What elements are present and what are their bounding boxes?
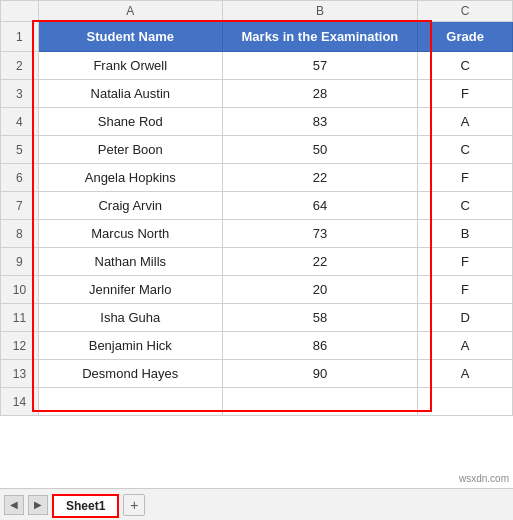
cell-grade[interactable]: C (418, 192, 513, 220)
cell-name[interactable]: Peter Boon (38, 136, 222, 164)
spreadsheet: A B C 1 Student Name Marks in the Examin… (0, 0, 513, 520)
header-row: 1 Student Name Marks in the Examination … (1, 22, 513, 52)
cell-marks[interactable]: 64 (222, 192, 418, 220)
cell-marks[interactable]: 22 (222, 164, 418, 192)
cell-grade[interactable]: F (418, 248, 513, 276)
cell-marks[interactable]: 73 (222, 220, 418, 248)
table-row: 3Natalia Austin28F (1, 80, 513, 108)
table-row: 7Craig Arvin64C (1, 192, 513, 220)
cell-name[interactable]: Angela Hopkins (38, 164, 222, 192)
cell-grade[interactable]: A (418, 332, 513, 360)
cell-marks[interactable]: 58 (222, 304, 418, 332)
table-row: 11Isha Guha58D (1, 304, 513, 332)
sheet-nav-right[interactable]: ▶ (28, 495, 48, 515)
cell-grade[interactable]: F (418, 276, 513, 304)
col-letter-a[interactable]: A (38, 1, 222, 22)
row-num[interactable]: 8 (1, 220, 39, 248)
cell-marks[interactable]: 90 (222, 360, 418, 388)
cell-name[interactable]: Marcus North (38, 220, 222, 248)
row-num[interactable]: 12 (1, 332, 39, 360)
table-row: 6Angela Hopkins22F (1, 164, 513, 192)
cell-grade[interactable]: C (418, 52, 513, 80)
row-num[interactable]: 9 (1, 248, 39, 276)
cell-name[interactable]: Craig Arvin (38, 192, 222, 220)
cell-grade[interactable]: B (418, 220, 513, 248)
table-row: 4Shane Rod83A (1, 108, 513, 136)
table-row: 10Jennifer Marlo20F (1, 276, 513, 304)
cell-grade[interactable]: C (418, 136, 513, 164)
col-letter-c[interactable]: C (418, 1, 513, 22)
table-row: 5Peter Boon50C (1, 136, 513, 164)
row-num-1[interactable]: 1 (1, 22, 39, 52)
table-row: 13Desmond Hayes90A (1, 360, 513, 388)
cell-14-b[interactable] (222, 388, 418, 416)
row-num[interactable]: 10 (1, 276, 39, 304)
add-sheet-button[interactable]: + (123, 494, 145, 516)
cell-grade[interactable]: A (418, 360, 513, 388)
header-grade[interactable]: Grade (418, 22, 513, 52)
row-num[interactable]: 11 (1, 304, 39, 332)
cell-grade[interactable]: F (418, 164, 513, 192)
sheet-nav-left[interactable]: ◀ (4, 495, 24, 515)
cell-marks[interactable]: 20 (222, 276, 418, 304)
header-marks[interactable]: Marks in the Examination (222, 22, 418, 52)
grid-area: A B C 1 Student Name Marks in the Examin… (0, 0, 513, 488)
cell-name[interactable]: Desmond Hayes (38, 360, 222, 388)
sheet-tab-bar: ◀ ▶ Sheet1 + (0, 488, 513, 520)
cell-marks[interactable]: 86 (222, 332, 418, 360)
table-row: 8Marcus North73B (1, 220, 513, 248)
table-row: 2Frank Orwell57C (1, 52, 513, 80)
row-num[interactable]: 7 (1, 192, 39, 220)
corner-cell (1, 1, 39, 22)
row-num[interactable]: 13 (1, 360, 39, 388)
watermark: wsxdn.com (459, 473, 509, 484)
col-letter-row: A B C (1, 1, 513, 22)
cell-marks[interactable]: 83 (222, 108, 418, 136)
row-num[interactable]: 4 (1, 108, 39, 136)
row-num[interactable]: 2 (1, 52, 39, 80)
cell-14-a[interactable] (38, 388, 222, 416)
header-student-name[interactable]: Student Name (38, 22, 222, 52)
cell-marks[interactable]: 57 (222, 52, 418, 80)
cell-grade[interactable]: F (418, 80, 513, 108)
cell-name[interactable]: Jennifer Marlo (38, 276, 222, 304)
cell-14-c[interactable] (418, 388, 513, 416)
cell-name[interactable]: Natalia Austin (38, 80, 222, 108)
row-num[interactable]: 3 (1, 80, 39, 108)
row-num[interactable]: 6 (1, 164, 39, 192)
col-letter-b[interactable]: B (222, 1, 418, 22)
cell-name[interactable]: Nathan Mills (38, 248, 222, 276)
sheet-tab-sheet1[interactable]: Sheet1 (52, 494, 119, 518)
table-row: 9Nathan Mills22F (1, 248, 513, 276)
cell-name[interactable]: Isha Guha (38, 304, 222, 332)
cell-marks[interactable]: 50 (222, 136, 418, 164)
cell-name[interactable]: Frank Orwell (38, 52, 222, 80)
cell-name[interactable]: Benjamin Hick (38, 332, 222, 360)
empty-row: 14 (1, 388, 513, 416)
row-num-14[interactable]: 14 (1, 388, 39, 416)
cell-grade[interactable]: A (418, 108, 513, 136)
cell-marks[interactable]: 22 (222, 248, 418, 276)
cell-name[interactable]: Shane Rod (38, 108, 222, 136)
cell-grade[interactable]: D (418, 304, 513, 332)
spreadsheet-table: A B C 1 Student Name Marks in the Examin… (0, 0, 513, 416)
row-num[interactable]: 5 (1, 136, 39, 164)
cell-marks[interactable]: 28 (222, 80, 418, 108)
table-row: 12Benjamin Hick86A (1, 332, 513, 360)
